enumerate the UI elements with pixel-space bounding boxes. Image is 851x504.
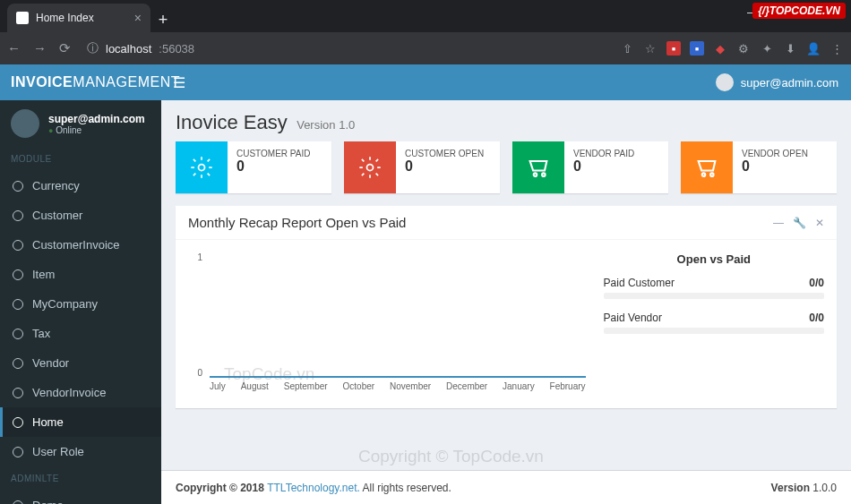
stat-value: 0 <box>573 158 634 175</box>
info-icon: ⓘ <box>87 40 99 56</box>
svg-point-2 <box>534 173 537 176</box>
share-icon[interactable]: ⇧ <box>620 41 634 56</box>
topnav-user-label: super@admin.com <box>741 76 838 90</box>
chart-series-line <box>210 376 586 378</box>
gear-icon <box>176 141 228 193</box>
svg-point-5 <box>710 173 714 176</box>
panel-minimize-button[interactable]: — <box>773 217 784 229</box>
stat-label: CUSTOMER PAID <box>236 149 310 158</box>
gear-icon <box>344 141 396 193</box>
circle-icon <box>13 299 23 310</box>
footer-copyright: Copyright © 2018 TTLTechnology.net. All … <box>176 482 451 494</box>
sidebar-user-panel: super@admin.com ● Online <box>0 100 161 147</box>
progress-bar <box>604 328 824 334</box>
ext3-icon[interactable]: ◆ <box>713 41 727 56</box>
new-tab-button[interactable]: + <box>150 7 176 32</box>
circle-icon <box>13 181 23 192</box>
sidebar: super@admin.com ● Online MODULE Currency… <box>0 100 161 504</box>
stat-customer-paid[interactable]: CUSTOMER PAID0 <box>176 141 331 193</box>
browser-tab[interactable]: Home Index × <box>7 4 150 32</box>
sidebar-item-vendorinvoice[interactable]: VendorInvoice <box>0 378 161 407</box>
url-host: localhost <box>106 42 151 56</box>
stat-label: CUSTOMER OPEN <box>405 149 484 158</box>
stat-vendor-paid[interactable]: VENDOR PAID0 <box>512 141 668 193</box>
stat-vendor-open[interactable]: VENDOR OPEN0 <box>681 141 837 193</box>
content-area: Inovice Easy Version 1.0 CUSTOMER PAID0 … <box>161 100 851 504</box>
ext7-icon[interactable]: 👤 <box>806 41 821 56</box>
stat-value: 0 <box>742 158 808 175</box>
ext2-icon[interactable]: ▪ <box>690 41 704 56</box>
reload-button[interactable]: ⟳ <box>59 40 71 56</box>
ext4-icon[interactable]: ⚙ <box>736 41 751 56</box>
sidebar-item-userrole[interactable]: User Role <box>0 437 161 466</box>
page-title: Inovice Easy <box>176 111 288 133</box>
url-port: :56038 <box>159 42 194 56</box>
circle-icon <box>13 358 23 369</box>
recap-chart: 1 0 July August September October Novemb… <box>188 252 586 396</box>
sidebar-item-vendor[interactable]: Vendor <box>0 348 161 378</box>
ext5-icon[interactable]: ✦ <box>760 41 774 56</box>
stat-label: VENDOR OPEN <box>742 149 808 158</box>
forward-button[interactable]: → <box>33 40 47 56</box>
sidebar-avatar-icon <box>11 109 39 138</box>
svg-point-4 <box>702 173 706 176</box>
progress-paid-customer: Paid Customer0/0 <box>604 277 824 299</box>
tab-close-icon[interactable]: × <box>134 11 142 25</box>
stat-value: 0 <box>236 158 310 175</box>
panel-settings-button[interactable]: 🔧 <box>793 217 806 229</box>
chart-x-axis: July August September October November D… <box>210 381 586 396</box>
panel-close-button[interactable]: ✕ <box>815 217 824 229</box>
panel-title: Monthly Recap Report Open vs Paid <box>188 215 406 230</box>
extension-icons: ⇧ ☆ ▪ ▪ ◆ ⚙ ✦ ⬇ 👤 ⋮ <box>620 41 844 56</box>
app: INVOICEMANAGEMENT ☰ super@admin.com supe… <box>0 64 851 504</box>
sidebar-item-customer[interactable]: Customer <box>0 201 161 230</box>
menu-icon[interactable]: ⋮ <box>830 41 844 56</box>
browser-chrome: Home Index × + — ▢ ✕ {/}TOPCODE.VN ← → ⟳… <box>0 0 851 64</box>
avatar-icon <box>716 73 734 91</box>
page-subtitle: Version 1.0 <box>297 118 355 132</box>
sidebar-item-demo[interactable]: Demo <box>0 491 161 504</box>
sidebar-item-mycompany[interactable]: MyCompany <box>0 289 161 319</box>
top-navbar: INVOICEMANAGEMENT ☰ super@admin.com <box>0 64 851 100</box>
cart-icon <box>681 141 733 193</box>
tab-title: Home Index <box>36 12 94 24</box>
footer-link[interactable]: TTLTechnology.net. <box>267 482 360 494</box>
stat-label: VENDOR PAID <box>573 149 634 158</box>
sidebar-user-status: ● Online <box>48 125 145 135</box>
back-button[interactable]: ← <box>7 40 21 56</box>
sidebar-item-tax[interactable]: Tax <box>0 319 161 348</box>
circle-icon <box>13 388 23 398</box>
topnav-user[interactable]: super@admin.com <box>716 73 851 91</box>
circle-icon <box>13 269 23 280</box>
stat-customer-open[interactable]: CUSTOMER OPEN0 <box>344 141 500 193</box>
circle-icon <box>13 447 23 457</box>
footer: Copyright © 2018 TTLTechnology.net. All … <box>161 470 851 504</box>
footer-version: Version 1.0.0 <box>771 482 837 494</box>
stat-row: CUSTOMER PAID0 CUSTOMER OPEN0 VENDOR PAI… <box>161 141 851 206</box>
sidebar-user-name: super@admin.com <box>48 113 145 125</box>
app-logo[interactable]: INVOICEMANAGEMENT <box>0 74 161 90</box>
stat-value: 0 <box>405 158 484 175</box>
address-bar: ← → ⟳ ⓘ localhost:56038 ⇧ ☆ ▪ ▪ ◆ ⚙ ✦ ⬇ … <box>0 32 851 64</box>
ext6-icon[interactable]: ⬇ <box>783 41 797 56</box>
recap-panel: Monthly Recap Report Open vs Paid — 🔧 ✕ … <box>176 206 837 408</box>
svg-point-0 <box>199 165 205 171</box>
topcode-badge: {/}TOPCODE.VN <box>752 3 846 19</box>
svg-point-1 <box>367 165 374 171</box>
sidebar-item-item[interactable]: Item <box>0 260 161 289</box>
ext1-icon[interactable]: ▪ <box>666 41 681 56</box>
favicon-icon <box>16 12 29 24</box>
circle-icon <box>13 417 23 428</box>
sidebar-toggle-button[interactable]: ☰ <box>161 74 197 91</box>
circle-icon <box>13 240 23 251</box>
url-input[interactable]: ⓘ localhost:56038 <box>80 40 611 56</box>
content-header: Inovice Easy Version 1.0 <box>161 100 851 141</box>
progress-paid-vendor: Paid Vendor0/0 <box>604 312 824 334</box>
circle-icon <box>13 210 23 221</box>
sidebar-item-customerinvoice[interactable]: CustomerInvoice <box>0 230 161 260</box>
sidebar-item-currency[interactable]: Currency <box>0 171 161 201</box>
circle-icon <box>13 329 23 339</box>
progress-bar <box>604 293 824 299</box>
star-icon[interactable]: ☆ <box>643 41 658 56</box>
sidebar-item-home[interactable]: Home <box>0 407 161 437</box>
